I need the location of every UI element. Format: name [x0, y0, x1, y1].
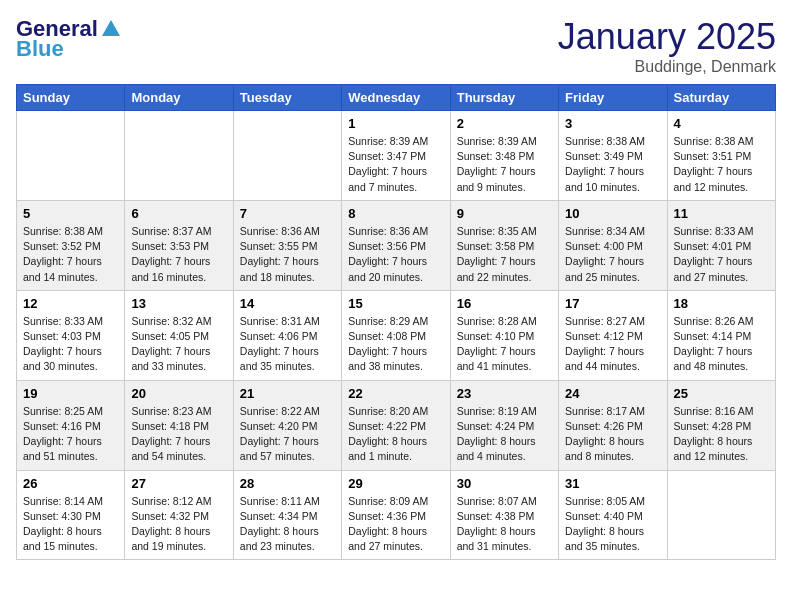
day-number: 11	[674, 206, 769, 221]
calendar-table: SundayMondayTuesdayWednesdayThursdayFrid…	[16, 84, 776, 560]
weekday-header-row: SundayMondayTuesdayWednesdayThursdayFrid…	[17, 85, 776, 111]
logo: General Blue	[16, 16, 122, 62]
day-info: Sunrise: 8:05 AMSunset: 4:40 PMDaylight:…	[565, 494, 660, 555]
day-number: 25	[674, 386, 769, 401]
day-info: Sunrise: 8:23 AMSunset: 4:18 PMDaylight:…	[131, 404, 226, 465]
day-info: Sunrise: 8:31 AMSunset: 4:06 PMDaylight:…	[240, 314, 335, 375]
weekday-header-tuesday: Tuesday	[233, 85, 341, 111]
day-number: 31	[565, 476, 660, 491]
calendar-day-29: 29Sunrise: 8:09 AMSunset: 4:36 PMDayligh…	[342, 470, 450, 560]
calendar-week-row: 12Sunrise: 8:33 AMSunset: 4:03 PMDayligh…	[17, 290, 776, 380]
day-info: Sunrise: 8:17 AMSunset: 4:26 PMDaylight:…	[565, 404, 660, 465]
day-info: Sunrise: 8:20 AMSunset: 4:22 PMDaylight:…	[348, 404, 443, 465]
calendar-day-6: 6Sunrise: 8:37 AMSunset: 3:53 PMDaylight…	[125, 200, 233, 290]
calendar-day-15: 15Sunrise: 8:29 AMSunset: 4:08 PMDayligh…	[342, 290, 450, 380]
day-number: 2	[457, 116, 552, 131]
day-number: 1	[348, 116, 443, 131]
month-title: January 2025	[558, 16, 776, 58]
day-number: 16	[457, 296, 552, 311]
day-info: Sunrise: 8:39 AMSunset: 3:48 PMDaylight:…	[457, 134, 552, 195]
day-info: Sunrise: 8:22 AMSunset: 4:20 PMDaylight:…	[240, 404, 335, 465]
day-info: Sunrise: 8:26 AMSunset: 4:14 PMDaylight:…	[674, 314, 769, 375]
calendar-week-row: 5Sunrise: 8:38 AMSunset: 3:52 PMDaylight…	[17, 200, 776, 290]
calendar-day-8: 8Sunrise: 8:36 AMSunset: 3:56 PMDaylight…	[342, 200, 450, 290]
calendar-day-10: 10Sunrise: 8:34 AMSunset: 4:00 PMDayligh…	[559, 200, 667, 290]
empty-day-cell	[125, 111, 233, 201]
day-number: 10	[565, 206, 660, 221]
logo-blue: Blue	[16, 36, 64, 62]
calendar-day-9: 9Sunrise: 8:35 AMSunset: 3:58 PMDaylight…	[450, 200, 558, 290]
day-info: Sunrise: 8:28 AMSunset: 4:10 PMDaylight:…	[457, 314, 552, 375]
calendar-day-16: 16Sunrise: 8:28 AMSunset: 4:10 PMDayligh…	[450, 290, 558, 380]
calendar-day-13: 13Sunrise: 8:32 AMSunset: 4:05 PMDayligh…	[125, 290, 233, 380]
day-info: Sunrise: 8:09 AMSunset: 4:36 PMDaylight:…	[348, 494, 443, 555]
day-number: 15	[348, 296, 443, 311]
day-info: Sunrise: 8:32 AMSunset: 4:05 PMDaylight:…	[131, 314, 226, 375]
weekday-header-wednesday: Wednesday	[342, 85, 450, 111]
calendar-day-7: 7Sunrise: 8:36 AMSunset: 3:55 PMDaylight…	[233, 200, 341, 290]
day-info: Sunrise: 8:33 AMSunset: 4:01 PMDaylight:…	[674, 224, 769, 285]
day-info: Sunrise: 8:38 AMSunset: 3:52 PMDaylight:…	[23, 224, 118, 285]
day-info: Sunrise: 8:07 AMSunset: 4:38 PMDaylight:…	[457, 494, 552, 555]
day-info: Sunrise: 8:36 AMSunset: 3:55 PMDaylight:…	[240, 224, 335, 285]
day-number: 28	[240, 476, 335, 491]
day-number: 8	[348, 206, 443, 221]
empty-day-cell	[667, 470, 775, 560]
calendar-day-24: 24Sunrise: 8:17 AMSunset: 4:26 PMDayligh…	[559, 380, 667, 470]
calendar-day-2: 2Sunrise: 8:39 AMSunset: 3:48 PMDaylight…	[450, 111, 558, 201]
day-number: 14	[240, 296, 335, 311]
day-info: Sunrise: 8:11 AMSunset: 4:34 PMDaylight:…	[240, 494, 335, 555]
day-number: 18	[674, 296, 769, 311]
logo-icon	[100, 18, 122, 40]
weekday-header-friday: Friday	[559, 85, 667, 111]
day-number: 22	[348, 386, 443, 401]
day-info: Sunrise: 8:38 AMSunset: 3:51 PMDaylight:…	[674, 134, 769, 195]
day-number: 24	[565, 386, 660, 401]
day-number: 12	[23, 296, 118, 311]
day-info: Sunrise: 8:36 AMSunset: 3:56 PMDaylight:…	[348, 224, 443, 285]
calendar-week-row: 26Sunrise: 8:14 AMSunset: 4:30 PMDayligh…	[17, 470, 776, 560]
day-number: 5	[23, 206, 118, 221]
calendar-day-27: 27Sunrise: 8:12 AMSunset: 4:32 PMDayligh…	[125, 470, 233, 560]
calendar-day-26: 26Sunrise: 8:14 AMSunset: 4:30 PMDayligh…	[17, 470, 125, 560]
day-info: Sunrise: 8:29 AMSunset: 4:08 PMDaylight:…	[348, 314, 443, 375]
day-info: Sunrise: 8:37 AMSunset: 3:53 PMDaylight:…	[131, 224, 226, 285]
weekday-header-monday: Monday	[125, 85, 233, 111]
calendar-day-12: 12Sunrise: 8:33 AMSunset: 4:03 PMDayligh…	[17, 290, 125, 380]
weekday-header-sunday: Sunday	[17, 85, 125, 111]
day-number: 21	[240, 386, 335, 401]
day-number: 23	[457, 386, 552, 401]
svg-marker-0	[102, 20, 120, 36]
empty-day-cell	[233, 111, 341, 201]
day-info: Sunrise: 8:38 AMSunset: 3:49 PMDaylight:…	[565, 134, 660, 195]
day-number: 20	[131, 386, 226, 401]
calendar-day-30: 30Sunrise: 8:07 AMSunset: 4:38 PMDayligh…	[450, 470, 558, 560]
day-info: Sunrise: 8:16 AMSunset: 4:28 PMDaylight:…	[674, 404, 769, 465]
calendar-day-18: 18Sunrise: 8:26 AMSunset: 4:14 PMDayligh…	[667, 290, 775, 380]
day-number: 9	[457, 206, 552, 221]
calendar-day-1: 1Sunrise: 8:39 AMSunset: 3:47 PMDaylight…	[342, 111, 450, 201]
calendar-day-19: 19Sunrise: 8:25 AMSunset: 4:16 PMDayligh…	[17, 380, 125, 470]
calendar-day-3: 3Sunrise: 8:38 AMSunset: 3:49 PMDaylight…	[559, 111, 667, 201]
day-number: 3	[565, 116, 660, 131]
day-info: Sunrise: 8:33 AMSunset: 4:03 PMDaylight:…	[23, 314, 118, 375]
day-number: 4	[674, 116, 769, 131]
calendar-day-5: 5Sunrise: 8:38 AMSunset: 3:52 PMDaylight…	[17, 200, 125, 290]
calendar-day-31: 31Sunrise: 8:05 AMSunset: 4:40 PMDayligh…	[559, 470, 667, 560]
calendar-day-20: 20Sunrise: 8:23 AMSunset: 4:18 PMDayligh…	[125, 380, 233, 470]
calendar-day-11: 11Sunrise: 8:33 AMSunset: 4:01 PMDayligh…	[667, 200, 775, 290]
day-number: 27	[131, 476, 226, 491]
calendar-day-17: 17Sunrise: 8:27 AMSunset: 4:12 PMDayligh…	[559, 290, 667, 380]
weekday-header-thursday: Thursday	[450, 85, 558, 111]
location-title: Buddinge, Denmark	[558, 58, 776, 76]
day-info: Sunrise: 8:35 AMSunset: 3:58 PMDaylight:…	[457, 224, 552, 285]
day-info: Sunrise: 8:27 AMSunset: 4:12 PMDaylight:…	[565, 314, 660, 375]
day-number: 19	[23, 386, 118, 401]
day-number: 7	[240, 206, 335, 221]
title-block: January 2025 Buddinge, Denmark	[558, 16, 776, 76]
calendar-day-25: 25Sunrise: 8:16 AMSunset: 4:28 PMDayligh…	[667, 380, 775, 470]
calendar-day-28: 28Sunrise: 8:11 AMSunset: 4:34 PMDayligh…	[233, 470, 341, 560]
calendar-week-row: 1Sunrise: 8:39 AMSunset: 3:47 PMDaylight…	[17, 111, 776, 201]
day-info: Sunrise: 8:19 AMSunset: 4:24 PMDaylight:…	[457, 404, 552, 465]
day-info: Sunrise: 8:34 AMSunset: 4:00 PMDaylight:…	[565, 224, 660, 285]
